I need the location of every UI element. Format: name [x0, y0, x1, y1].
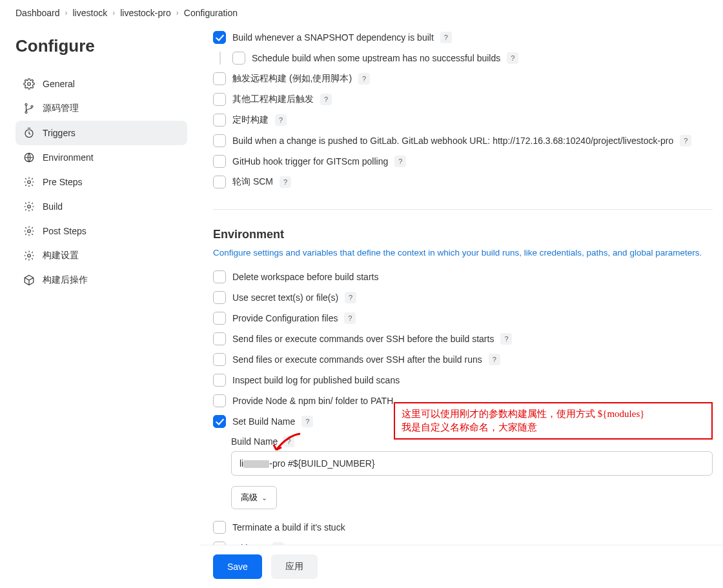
crumb-configuration[interactable]: Configuration [184, 8, 238, 18]
gear-icon [23, 201, 35, 212]
sidebar: Configure General 源码管理 Triggers Environm… [0, 26, 200, 587]
env-label: Provide Node & npm bin/ folder to PATH [232, 396, 393, 406]
help-icon[interactable] [440, 32, 452, 43]
sidebar-item-build[interactable]: Build [15, 194, 187, 219]
checkbox-inspect-log[interactable] [213, 374, 226, 387]
help-icon[interactable] [394, 156, 406, 167]
gear-icon [23, 250, 35, 261]
help-icon[interactable] [500, 333, 512, 345]
sidebar-item-label: Build [43, 201, 63, 212]
checkbox-set-build-name[interactable] [213, 415, 226, 428]
sidebar-item-post-steps[interactable]: Post Steps [15, 219, 187, 243]
footer-bar: Save 应用 [200, 545, 723, 587]
env-label: Provide Configuration files [232, 313, 338, 323]
checkbox-terminate[interactable] [213, 521, 226, 534]
checkbox-node-path[interactable] [213, 394, 226, 407]
help-icon[interactable] [275, 114, 287, 126]
box-icon [23, 274, 35, 286]
chevron-down-icon: ⌄ [261, 494, 267, 502]
arrow-icon [271, 431, 303, 458]
help-icon[interactable] [344, 312, 356, 324]
help-icon[interactable] [489, 354, 500, 365]
env-label: Set Build Name [232, 416, 295, 427]
env-label: Delete workspace before build starts [232, 272, 378, 282]
main-panel: Build whenever a SNAPSHOT dependency is … [200, 26, 723, 587]
svg-point-6 [28, 181, 31, 184]
help-icon[interactable] [680, 135, 691, 147]
annotation-box: 这里可以使用刚才的参数构建属性，使用方式 ${modules} 我是自定义名称命… [394, 402, 713, 440]
checkbox-github[interactable] [213, 155, 226, 168]
sidebar-item-label: Triggers [43, 128, 76, 138]
branch-icon [23, 103, 35, 114]
trigger-label: 其他工程构建后触发 [232, 94, 314, 105]
globe-icon [23, 152, 35, 163]
apply-button[interactable]: 应用 [271, 554, 318, 579]
help-icon[interactable] [345, 292, 356, 303]
trigger-label: Build when a change is pushed to GitLab.… [232, 136, 673, 146]
sidebar-item-label: 源码管理 [43, 103, 79, 114]
gear-icon [23, 225, 35, 237]
env-label: Terminate a build if it's stuck [232, 522, 345, 532]
help-icon[interactable] [507, 52, 518, 64]
checkbox-poll-scm[interactable] [213, 176, 226, 188]
crumb-dashboard[interactable]: Dashboard [15, 8, 60, 18]
crumb-livestock[interactable]: livestock [73, 8, 108, 18]
sidebar-item-build-settings[interactable]: 构建设置 [15, 243, 187, 268]
env-label: Send files or execute commands over SSH … [232, 334, 494, 344]
checkbox-snapshot[interactable] [213, 31, 226, 44]
sidebar-item-label: 构建设置 [43, 250, 79, 261]
sidebar-item-label: Environment [43, 152, 94, 163]
checkbox-config-files[interactable] [213, 312, 226, 325]
sidebar-item-label: Post Steps [43, 226, 87, 236]
env-label: Inspect build log for published build sc… [232, 375, 400, 385]
svg-point-7 [28, 205, 31, 208]
env-label: Use secret text(s) or file(s) [232, 292, 338, 303]
checkbox-ssh-after[interactable] [213, 353, 226, 366]
trigger-label: 触发远程构建 (例如,使用脚本) [232, 73, 352, 85]
help-icon[interactable] [280, 176, 291, 188]
svg-point-0 [28, 83, 31, 86]
sidebar-item-pre-steps[interactable]: Pre Steps [15, 170, 187, 194]
sidebar-item-environment[interactable]: Environment [15, 145, 187, 170]
environment-title: Environment [213, 209, 713, 241]
env-label: Send files or execute commands over SSH … [232, 354, 482, 365]
svg-point-1 [25, 104, 27, 106]
environment-desc: Configure settings and variables that de… [213, 248, 713, 258]
help-icon[interactable] [320, 94, 332, 105]
checkbox-schedule-upstream[interactable] [232, 52, 245, 65]
svg-point-3 [31, 106, 33, 108]
checkbox-ssh-before[interactable] [213, 332, 226, 345]
sidebar-item-scm[interactable]: 源码管理 [15, 96, 187, 121]
sidebar-item-post-build[interactable]: 构建后操作 [15, 268, 187, 292]
svg-point-2 [25, 112, 27, 114]
sidebar-item-label: 构建后操作 [43, 274, 88, 286]
trigger-label: Schedule build when some upstream has no… [252, 53, 500, 63]
checkbox-after-other[interactable] [213, 93, 226, 106]
svg-point-8 [28, 230, 31, 233]
sidebar-item-label: Pre Steps [43, 177, 82, 187]
page-title: Configure [15, 36, 187, 56]
sidebar-item-general[interactable]: General [15, 72, 187, 96]
checkbox-remote[interactable] [213, 72, 226, 85]
trigger-label: GitHub hook trigger for GITScm polling [232, 156, 388, 167]
gear-icon [23, 176, 35, 188]
sidebar-item-triggers[interactable]: Triggers [15, 121, 187, 145]
trigger-label: Build whenever a SNAPSHOT dependency is … [232, 32, 434, 43]
checkbox-delete-ws[interactable] [213, 270, 226, 283]
save-button[interactable]: Save [213, 554, 262, 579]
advanced-button[interactable]: 高级⌄ [231, 486, 277, 509]
help-icon[interactable] [358, 73, 370, 85]
checkbox-cron[interactable] [213, 114, 226, 127]
breadcrumb: Dashboard› livestock› livestock-pro› Con… [0, 0, 723, 26]
crumb-livestock-pro[interactable]: livestock-pro [120, 8, 171, 18]
svg-point-9 [28, 254, 31, 258]
trigger-label: 轮询 SCM [232, 176, 273, 188]
stopwatch-icon [23, 127, 35, 139]
gear-icon [23, 78, 35, 90]
sidebar-item-label: General [43, 79, 75, 89]
checkbox-gitlab[interactable] [213, 134, 226, 147]
trigger-label: 定时构建 [232, 114, 269, 126]
help-icon[interactable] [301, 416, 313, 427]
checkbox-secret[interactable] [213, 291, 226, 304]
